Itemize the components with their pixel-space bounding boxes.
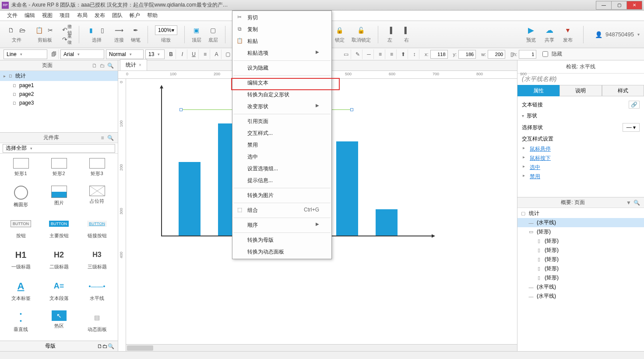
widget-textpara[interactable]: A≡文本段落 [40,277,78,308]
italic-button[interactable]: I [178,49,187,59]
aligntop-button[interactable]: ⬆ [398,49,408,59]
style-link[interactable]: 选中 [522,163,640,172]
selection-handle[interactable] [350,108,353,111]
style-link[interactable]: 鼠标悬停 [522,144,640,154]
zoom-combo[interactable]: 100% ▾ [155,25,177,35]
tool-file[interactable]: 🗋🗁 文件 [6,25,27,43]
inspect-tab-样式[interactable]: 样式 [602,85,644,96]
outline-item[interactable]: ▢统计 [517,209,644,218]
lib-filter-combo[interactable]: 选择全部 [3,144,115,153]
page-tree-item[interactable]: 🗋page1 [0,81,118,90]
ctx-转换为动态面板[interactable]: 转换为动态面板 [232,246,331,258]
close-button[interactable]: ✕ [626,1,642,10]
page-tree-item[interactable]: 🗋page2 [0,90,118,99]
tool-publish[interactable]: ▼ 发布 [563,25,573,43]
h-input[interactable] [519,50,536,59]
page-tree-item[interactable]: 🗋page3 [0,99,118,107]
outline-item[interactable]: ▯(矩形) [517,246,644,255]
link-icon[interactable]: 🔗 [629,101,640,109]
master-search-icon[interactable]: 🔍 [108,343,114,349]
search-icon[interactable]: 🔍 [106,63,114,69]
outline-search-icon[interactable]: 🔍 [633,200,640,206]
font-combo[interactable]: Arial [60,49,104,59]
outline-item[interactable]: —(水平线) [517,292,644,301]
outline-item[interactable]: —(水平线) [517,282,644,292]
tool-undo[interactable]: ↶ 撤销 ↷ 重做 [62,25,72,44]
fill-button[interactable]: ▢ [223,49,233,59]
widget-rect[interactable]: 矩形1 [2,155,40,183]
y-input[interactable] [458,50,476,59]
underline-button[interactable]: U [189,49,199,59]
tab-current[interactable]: 统计 × [120,59,147,70]
hidden-checkbox[interactable] [542,51,548,57]
menu-视图[interactable]: 视图 [39,11,56,20]
ctx-转换为母版[interactable]: 转换为母版 [232,234,331,246]
outline-item[interactable]: ▯(矩形) [517,264,644,273]
widget-h1[interactable]: H1一级标题 [2,245,40,276]
weight-combo[interactable]: Normal [106,49,144,59]
menu-帐户[interactable]: 帐户 [126,11,144,20]
widget-button-primary[interactable]: BUTTON主要按钮 [40,214,78,245]
tool-toplayer[interactable]: ▣ 顶层 [192,25,201,43]
alignmid-button[interactable]: ↕ [410,49,419,59]
menu-团队[interactable]: 团队 [109,11,126,20]
inspect-tab-说明[interactable]: 说明 [560,85,602,96]
shape-style-combo[interactable]: Line [4,49,47,59]
menu-文件[interactable]: 文件 [4,11,21,20]
style-link[interactable]: 禁用 [522,172,640,181]
widget-ellipse[interactable]: 椭圆形 [2,183,40,214]
x-input[interactable] [430,50,448,59]
outline-item[interactable]: ▭(矩形) [517,227,644,236]
scrollbar-thumb[interactable] [127,345,153,351]
ctx-引用页面[interactable]: 引用页面 [232,116,331,127]
tool-unlock[interactable]: 🔓 取消锁定 [352,25,371,43]
tool-clipboard[interactable]: 📋✂ 剪贴板 [34,25,55,43]
ctx-转换为自定义形状[interactable]: 转换为自定义形状 [232,89,331,101]
style-link[interactable]: 鼠标按下 [522,154,640,163]
ctx-选中[interactable]: 选中 [232,151,331,163]
tool-bottomlayer[interactable]: ▢ 底层 [208,25,218,43]
widget-h3[interactable]: H3三级标题 [78,245,116,276]
selection-handle[interactable] [179,108,183,111]
ctx-顺序[interactable]: 顺序▶ [232,219,331,231]
ctx-剪切[interactable]: ✂剪切 [232,12,331,24]
ctx-交互样式...[interactable]: 交互样式... [232,127,331,139]
element-name[interactable]: (水平线名称) [517,74,644,85]
linestyle-button[interactable]: ─ [364,49,374,59]
textcolor-button[interactable]: A [212,49,222,59]
tool-lock[interactable]: 🔒 锁定 [335,25,345,43]
lib-search-icon[interactable]: 🔍 [106,135,114,141]
ctx-设置选项组...[interactable]: 设置选项组... [232,163,331,175]
shape-section[interactable]: ▾ 形状 [522,110,640,121]
menu-帮助[interactable]: 帮助 [144,11,161,20]
maximize-button[interactable]: ▢ [611,1,627,10]
widget-dynpanel[interactable]: ▤动态面板 [78,308,116,339]
h-scrollbar[interactable] [126,344,517,351]
outline-item[interactable]: ▯(矩形) [517,255,644,264]
inspect-tab-属性[interactable]: 属性 [517,85,560,96]
aligncenter-button[interactable]: ≡ [387,49,397,59]
shape-preview[interactable]: — ▾ [623,123,640,132]
bullet-button[interactable]: ≡ [201,49,210,59]
menu-布局[interactable]: 布局 [74,11,91,20]
ctx-粘贴选项[interactable]: 粘贴选项▶ [232,47,331,59]
add-folder-icon[interactable]: 🗀 [99,63,106,69]
minimize-button[interactable]: — [596,1,612,10]
close-icon[interactable]: × [139,63,141,67]
outline-item[interactable]: —(水平线) [517,218,644,227]
widget-rect[interactable]: 矩形2 [40,155,78,183]
add-page-icon[interactable]: 🗋 [91,63,99,69]
ctx-改变形状[interactable]: 改变形状▶ [232,101,331,113]
outline-item[interactable]: ▯(矩形) [517,236,644,246]
ctx-禁用[interactable]: 禁用 [232,139,331,151]
tool-alignright[interactable]: ▌ 右 [402,25,412,43]
page-tree-item[interactable]: ▸🗋统计 [0,71,118,81]
menu-编辑[interactable]: 编辑 [21,11,39,20]
widget-image[interactable]: 图片 [40,183,78,214]
ctx-编辑文本[interactable]: 编辑文本 [232,77,331,89]
filter-icon[interactable]: ▼ [625,200,633,206]
ctx-粘贴[interactable]: 📋粘贴 [232,35,331,47]
widget-hline[interactable]: •——•水平线 [78,277,116,308]
widget-button[interactable]: BUTTON按钮 [2,214,40,245]
ctx-设为隐藏[interactable]: 设为隐藏 [232,62,331,74]
